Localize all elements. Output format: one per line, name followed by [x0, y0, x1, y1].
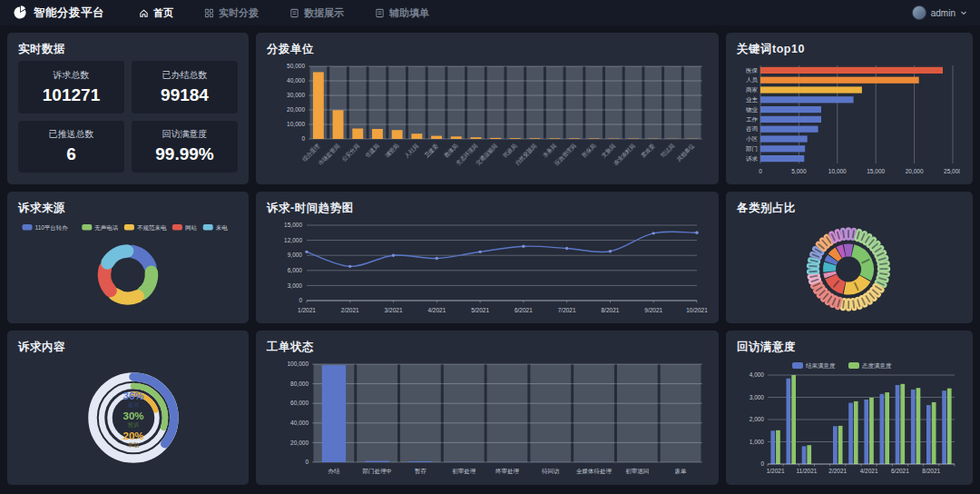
svg-text:40,000: 40,000: [290, 420, 309, 426]
nav-item-data-display[interactable]: 数据展示: [289, 6, 344, 20]
keywords-top10-bar-chart[interactable]: 05,00010,00015,00020,00025,000医保人员商家业主物业…: [737, 61, 960, 175]
visit-satisfaction-bar-chart[interactable]: 01,0002,0003,0004,0001/202111/20212/2021…: [737, 359, 960, 477]
svg-text:30,000: 30,000: [287, 92, 305, 98]
svg-text:3,000: 3,000: [288, 282, 303, 289]
svg-text:人社局: 人社局: [403, 143, 419, 159]
svg-text:4,000: 4,000: [750, 371, 765, 378]
panel-title: 诉求来源: [18, 201, 238, 216]
svg-text:60,000: 60,000: [290, 400, 309, 406]
svg-text:7/2021: 7/2021: [558, 307, 576, 313]
svg-text:0: 0: [301, 135, 305, 142]
svg-text:咨询: 咨询: [128, 401, 139, 409]
svg-text:结果满意度: 结果满意度: [806, 362, 836, 370]
user-name: admin: [931, 8, 956, 18]
chevron-down-icon: [960, 9, 967, 16]
nav-item-assist-form[interactable]: 辅助填单: [375, 6, 429, 20]
svg-text:不规范来电: 不规范来电: [137, 224, 167, 232]
brand: 智能分拨平台: [13, 5, 104, 21]
request-content-rings-chart[interactable]: 36%咨询30%投诉20%求助: [18, 359, 238, 477]
panel-category-share: 各类别占比: [726, 192, 973, 323]
svg-text:1/2021: 1/2021: [298, 307, 316, 313]
stat-card-total-requests: 诉求总数 101271: [18, 61, 124, 114]
pie-logo-icon: [13, 5, 27, 20]
dispatch-units-bar-chart[interactable]: 010,00020,00030,00040,00050,000综合受理市场监管局…: [267, 61, 708, 175]
svg-text:100,000: 100,000: [288, 361, 309, 367]
category-share-sunburst-chart[interactable]: [737, 220, 960, 315]
stat-card-satisfaction: 回访满意度 99.99%: [132, 121, 238, 173]
svg-text:0: 0: [299, 297, 302, 303]
home-icon: [139, 8, 149, 18]
svg-text:25,000: 25,000: [944, 168, 960, 174]
svg-text:5,000: 5,000: [791, 168, 807, 174]
svg-text:无声电话: 无声电话: [94, 224, 119, 232]
svg-text:综合受理: 综合受理: [301, 143, 322, 163]
svg-text:6/2021: 6/2021: [514, 307, 533, 313]
panel-title: 各类别占比: [737, 201, 962, 216]
nav-item-home[interactable]: 首页: [139, 6, 173, 20]
svg-text:6/2021: 6/2021: [891, 468, 909, 474]
svg-text:8/2021: 8/2021: [922, 468, 940, 474]
stat-cards: 诉求总数 101271 已办结总数 99184 已推送总数 6 回访满意度 99…: [18, 61, 238, 173]
request-trend-line-chart[interactable]: 03,0006,0009,00012,00015,0001/20212/2021…: [267, 220, 708, 315]
svg-text:来电: 来电: [216, 224, 229, 231]
svg-text:0: 0: [305, 459, 309, 465]
svg-text:自然资源局: 自然资源局: [514, 143, 538, 167]
svg-text:投诉: 投诉: [127, 421, 139, 428]
svg-text:暂存: 暂存: [415, 468, 427, 475]
svg-text:2/2021: 2/2021: [341, 307, 359, 313]
svg-text:0: 0: [760, 460, 764, 467]
svg-text:36%: 36%: [122, 390, 143, 401]
panel-title: 分拨单位: [267, 42, 708, 57]
main-nav: 首页 实时分拨 数据展示 辅助填单: [139, 6, 429, 20]
svg-text:诉求: 诉求: [746, 155, 759, 162]
svg-text:40,000: 40,000: [287, 77, 305, 84]
svg-text:网站: 网站: [185, 224, 198, 232]
panel-request-source: 诉求来源 110平台转办无声电话不规范来电网站来电: [7, 192, 249, 323]
dashboard-grid: 实时数据 诉求总数 101271 已办结总数 99184 已推送总数 6 回访满…: [0, 25, 980, 492]
svg-text:医保局: 医保局: [581, 143, 597, 159]
svg-text:4/2021: 4/2021: [427, 307, 446, 313]
document-icon: [375, 8, 385, 18]
svg-text:住建局: 住建局: [365, 143, 381, 159]
svg-text:商家: 商家: [746, 86, 759, 93]
panel-dispatch-units: 分拨单位 010,00020,00030,00040,00050,000综合受理…: [256, 33, 719, 184]
svg-text:城管局: 城管局: [384, 143, 400, 159]
svg-text:全媒体待处理: 全媒体待处理: [576, 468, 612, 475]
user-menu[interactable]: admin: [912, 5, 967, 20]
svg-text:其他单位: 其他单位: [676, 143, 696, 163]
svg-text:10,000: 10,000: [828, 168, 847, 174]
svg-text:1/2021: 1/2021: [767, 468, 785, 474]
svg-text:30%: 30%: [122, 410, 143, 421]
nav-item-realtime-dispatch[interactable]: 实时分拨: [204, 6, 259, 20]
svg-text:12,000: 12,000: [284, 237, 302, 243]
document-icon: [289, 8, 299, 18]
svg-text:办结: 办结: [328, 468, 340, 475]
svg-text:教体局: 教体局: [443, 143, 459, 159]
avatar: [912, 5, 926, 20]
svg-text:8/2021: 8/2021: [601, 307, 619, 313]
svg-text:发改委: 发改委: [640, 143, 656, 159]
svg-text:司法局: 司法局: [659, 143, 676, 160]
svg-text:农业农村局: 农业农村局: [612, 143, 637, 167]
svg-text:3,000: 3,000: [750, 394, 765, 400]
svg-text:文旅局: 文旅局: [600, 143, 616, 159]
svg-text:市场监管局: 市场监管局: [317, 143, 341, 167]
svg-text:1,000: 1,000: [750, 439, 765, 445]
svg-text:部门: 部门: [745, 145, 758, 153]
svg-text:工作: 工作: [746, 116, 759, 123]
order-status-bar-chart[interactable]: 020,00040,00060,00080,000100,000办结部门处理中暂…: [267, 359, 708, 477]
svg-text:15,000: 15,000: [867, 168, 885, 174]
svg-text:初审退回: 初审退回: [625, 468, 649, 474]
svg-text:公安分局: 公安分局: [340, 143, 361, 163]
panel-order-status: 工单状态 020,00040,00060,00080,000100,000办结部…: [256, 331, 719, 485]
svg-text:物业: 物业: [746, 106, 759, 114]
svg-text:20,000: 20,000: [290, 440, 309, 446]
svg-text:废单: 废单: [675, 468, 688, 474]
svg-text:50,000: 50,000: [287, 63, 305, 69]
request-source-donut-chart[interactable]: 110平台转办无声电话不规范来电网站来电: [18, 220, 238, 315]
svg-text:10/2021: 10/2021: [686, 307, 708, 313]
panel-title: 关键词top10: [737, 42, 962, 57]
svg-text:15,000: 15,000: [284, 222, 302, 228]
panel-request-content: 诉求内容 36%咨询30%投诉20%求助: [7, 331, 249, 485]
app-title: 智能分拨平台: [34, 5, 104, 21]
